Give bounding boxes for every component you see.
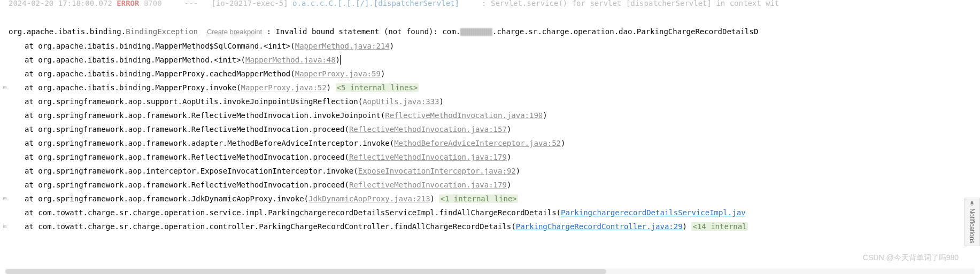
- source-link[interactable]: ReflectiveMethodInvocation.java:157: [349, 125, 507, 134]
- source-link[interactable]: MethodBeforeAdviceInterceptor.java:52: [394, 139, 561, 147]
- folded-lines-badge[interactable]: <14 internal: [691, 222, 747, 231]
- frame-text: at org.apache.ibatis.binding.MapperProxy…: [25, 69, 295, 78]
- frame-text: at org.apache.ibatis.binding.MapperMetho…: [25, 56, 245, 64]
- stack-frame: at org.springframework.aop.framework.Ref…: [9, 122, 980, 136]
- frame-suffix: ): [683, 222, 692, 231]
- horizontal-scrollbar[interactable]: [5, 269, 975, 274]
- frame-suffix: ): [507, 153, 511, 161]
- source-link[interactable]: ParkingChargeRecordController.java:29: [516, 222, 683, 231]
- frame-text: at org.springframework.aop.interceptor.E…: [25, 167, 358, 175]
- source-link[interactable]: ReflectiveMethodInvocation.java:179: [349, 153, 507, 161]
- frame-text: at org.springframework.aop.framework.Ref…: [25, 111, 385, 120]
- source-link[interactable]: ParkingchargerecordDetailsServiceImpl.ja…: [561, 208, 746, 217]
- exception-msg-head: : Invalid bound statement (not found): c…: [262, 27, 460, 36]
- frame-suffix: ): [561, 139, 565, 147]
- notifications-tab[interactable]: Notifications: [964, 198, 980, 246]
- expand-fold-icon[interactable]: [1, 81, 9, 95]
- frame-text: at com.towatt.charge.sr.charge.operation…: [25, 208, 561, 217]
- frame-suffix: ): [507, 125, 511, 134]
- folded-lines-badge[interactable]: <1 internal line>: [439, 194, 518, 203]
- log-timestamp: 2024-02-20 17:18:00.072: [9, 0, 112, 7]
- source-link[interactable]: MapperMethod.java:214: [295, 42, 390, 50]
- frame-suffix: ): [390, 42, 394, 50]
- source-link[interactable]: MapperMethod.java:48: [245, 56, 336, 64]
- log-message: : Servlet.service() for servlet [dispatc…: [482, 0, 779, 7]
- frame-suffix: ): [439, 97, 443, 106]
- redacted-segment: [460, 28, 492, 36]
- exception-line: org.apache.ibatis.binding.BindingExcepti…: [9, 25, 980, 39]
- frame-text: at org.apache.ibatis.binding.MapperMetho…: [25, 42, 295, 50]
- expand-fold-icon[interactable]: [1, 192, 9, 206]
- source-link[interactable]: MapperProxy.java:59: [295, 69, 381, 78]
- frame-text: at org.springframework.aop.support.AopUt…: [25, 97, 362, 106]
- stack-frame: at org.springframework.aop.framework.Jdk…: [9, 192, 980, 206]
- stack-frame: at org.springframework.aop.support.AopUt…: [9, 95, 980, 108]
- frame-suffix: ): [543, 111, 547, 120]
- folded-lines-badge[interactable]: <5 internal lines>: [336, 83, 419, 92]
- exception-msg-tail: .charge.sr.charge.operation.dao.ParkingC…: [492, 27, 758, 36]
- source-link[interactable]: ReflectiveMethodInvocation.java:190: [385, 111, 543, 120]
- stack-frame: at org.springframework.aop.interceptor.E…: [9, 164, 980, 178]
- stack-frame: at com.towatt.charge.sr.charge.operation…: [9, 206, 980, 220]
- frame-suffix: ): [327, 83, 336, 92]
- stack-frame: at org.apache.ibatis.binding.MapperProxy…: [9, 81, 980, 95]
- source-link[interactable]: AopUtils.java:333: [362, 97, 439, 106]
- frame-text: at org.springframework.aop.framework.Jdk…: [25, 194, 308, 203]
- stack-frame: at org.apache.ibatis.binding.MapperMetho…: [9, 53, 980, 67]
- frame-text: at org.springframework.aop.framework.Ref…: [25, 153, 349, 161]
- stack-frame: at org.apache.ibatis.binding.MapperProxy…: [9, 67, 980, 81]
- frame-text: at org.springframework.aop.framework.Ref…: [25, 181, 349, 189]
- stack-trace: at org.apache.ibatis.binding.MapperMetho…: [9, 39, 980, 233]
- log-thread: [io-20217-exec-5]: [211, 0, 288, 7]
- log-code: 8700: [144, 0, 162, 7]
- stack-frame: at org.apache.ibatis.binding.MapperMetho…: [9, 39, 980, 53]
- frame-text: at org.springframework.aop.framework.ada…: [25, 139, 394, 147]
- exception-class-link[interactable]: BindingException: [126, 27, 198, 36]
- frame-suffix: ): [336, 56, 340, 64]
- stack-frame: at org.springframework.aop.framework.Ref…: [9, 108, 980, 122]
- create-breakpoint-link[interactable]: Create breakpoint: [207, 28, 262, 36]
- scrollbar-thumb[interactable]: [5, 269, 606, 274]
- frame-text: at org.apache.ibatis.binding.MapperProxy…: [25, 83, 241, 92]
- log-logger: o.a.c.c.C.[.[.[/].[dispatcherServlet]: [292, 0, 459, 7]
- source-link[interactable]: ReflectiveMethodInvocation.java:179: [349, 181, 507, 189]
- frame-suffix: ): [516, 167, 520, 175]
- stack-frame: at org.springframework.aop.framework.Ref…: [9, 178, 980, 192]
- frame-suffix: ): [430, 194, 439, 203]
- text-caret: [340, 55, 341, 65]
- source-link[interactable]: MapperProxy.java:52: [241, 83, 327, 92]
- stack-frame: at org.springframework.aop.framework.ada…: [9, 136, 980, 150]
- stack-frame: at com.towatt.charge.sr.charge.operation…: [9, 220, 980, 233]
- frame-text: at org.springframework.aop.framework.Ref…: [25, 125, 349, 134]
- bell-icon: [969, 200, 975, 207]
- expand-fold-icon[interactable]: [1, 220, 9, 233]
- console-output[interactable]: 2024-02-20 17:18:00.072 ERROR 8700 --- […: [0, 0, 980, 274]
- stack-frame: at org.springframework.aop.framework.Ref…: [9, 150, 980, 164]
- source-link[interactable]: ExposeInvocationInterceptor.java:92: [358, 167, 516, 175]
- source-link[interactable]: JdkDynamicAopProxy.java:213: [308, 194, 430, 203]
- log-level: ERROR: [117, 0, 139, 7]
- frame-suffix: ): [381, 69, 385, 78]
- frame-text: at com.towatt.charge.sr.charge.operation…: [25, 222, 516, 231]
- log-header-line: 2024-02-20 17:18:00.072 ERROR 8700 --- […: [9, 0, 980, 10]
- exception-pkg: org.apache.ibatis.binding.: [9, 27, 126, 36]
- frame-suffix: ): [507, 181, 511, 189]
- notifications-label: Notifications: [968, 208, 976, 243]
